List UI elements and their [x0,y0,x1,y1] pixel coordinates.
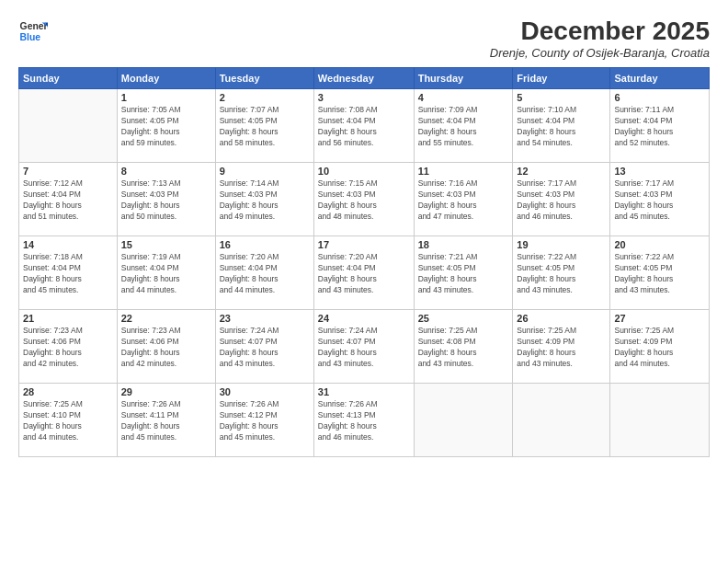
svg-text:Blue: Blue [20,32,41,42]
day-number: 21 [23,313,113,324]
table-row: 29Sunrise: 7:26 AMSunset: 4:11 PMDayligh… [117,384,215,457]
day-info: Sunrise: 7:25 AMSunset: 4:09 PMDaylight:… [517,326,606,370]
day-info-line: and 52 minutes. [614,138,705,149]
table-row: 13Sunrise: 7:17 AMSunset: 4:03 PMDayligh… [610,163,710,236]
day-number: 20 [614,239,705,250]
day-info-line: Sunrise: 7:21 AM [418,252,509,263]
day-info: Sunrise: 7:25 AMSunset: 4:08 PMDaylight:… [418,326,509,370]
day-info-line: and 43 minutes. [318,359,410,370]
day-info-line: and 49 minutes. [220,212,310,223]
day-info-line: Sunrise: 7:11 AM [614,105,705,116]
col-friday: Friday [513,68,610,89]
day-info-line: and 43 minutes. [418,285,509,296]
day-info-line: Sunrise: 7:17 AM [614,178,705,190]
day-info-line: Daylight: 8 hours [517,274,606,285]
col-tuesday: Tuesday [215,68,313,89]
day-info-line: Sunset: 4:10 PM [23,410,113,421]
title-block: December 2025 Drenje, County of Osijek-B… [490,17,710,60]
table-row: 9Sunrise: 7:14 AMSunset: 4:03 PMDaylight… [215,163,313,236]
day-info-line: and 44 minutes. [220,285,310,296]
day-info-line: Sunset: 4:13 PM [318,410,410,421]
day-number: 11 [418,166,509,177]
day-info-line: Sunrise: 7:16 AM [418,178,509,190]
table-row: 4Sunrise: 7:09 AMSunset: 4:04 PMDaylight… [414,89,513,163]
day-info-line: Daylight: 8 hours [121,348,211,359]
day-number: 12 [517,166,606,177]
day-info-line: Daylight: 8 hours [220,127,310,138]
day-number: 29 [121,386,211,397]
table-row: 1Sunrise: 7:05 AMSunset: 4:05 PMDaylight… [117,89,215,163]
table-row: 30Sunrise: 7:26 AMSunset: 4:12 PMDayligh… [215,384,313,457]
table-row: 21Sunrise: 7:23 AMSunset: 4:06 PMDayligh… [19,310,118,384]
day-info-line: Daylight: 8 hours [220,201,310,212]
day-info-line: Sunset: 4:09 PM [517,337,606,348]
day-info-line: Sunrise: 7:24 AM [220,326,310,337]
day-info-line: Daylight: 8 hours [318,348,410,359]
day-info-line: Daylight: 8 hours [614,274,705,285]
day-info: Sunrise: 7:12 AMSunset: 4:04 PMDaylight:… [23,178,113,223]
day-info-line: Sunrise: 7:20 AM [220,252,310,263]
col-sunday: Sunday [19,68,118,89]
header: General Blue December 2025 Drenje, Count… [18,17,710,60]
day-info-line: Sunset: 4:04 PM [318,116,410,127]
day-info-line: Sunrise: 7:26 AM [318,399,410,410]
day-info-line: Sunset: 4:05 PM [614,263,705,274]
day-info-line: Daylight: 8 hours [517,348,606,359]
day-number: 5 [517,92,606,103]
day-info-line: and 45 minutes. [23,285,113,296]
day-info: Sunrise: 7:05 AMSunset: 4:05 PMDaylight:… [121,105,211,149]
day-info-line: and 43 minutes. [318,285,410,296]
day-info-line: Sunset: 4:04 PM [23,190,113,201]
table-row: 25Sunrise: 7:25 AMSunset: 4:08 PMDayligh… [414,310,513,384]
day-info-line: Sunrise: 7:24 AM [318,326,410,337]
day-info: Sunrise: 7:13 AMSunset: 4:03 PMDaylight:… [121,178,211,223]
day-number: 19 [517,239,606,250]
day-info-line: Sunset: 4:04 PM [517,116,606,127]
day-number: 6 [614,92,705,103]
day-info-line: and 44 minutes. [121,285,211,296]
day-info-line: and 48 minutes. [318,212,410,223]
day-info-line: and 51 minutes. [23,212,113,223]
day-info-line: Sunset: 4:03 PM [418,190,509,201]
day-info: Sunrise: 7:26 AMSunset: 4:12 PMDaylight:… [220,399,310,443]
table-row [513,384,610,457]
day-info: Sunrise: 7:23 AMSunset: 4:06 PMDaylight:… [121,326,211,370]
day-info-line: Sunset: 4:09 PM [614,337,705,348]
day-info-line: Daylight: 8 hours [318,127,410,138]
day-info-line: and 47 minutes. [418,212,509,223]
day-number: 1 [121,92,211,103]
day-info: Sunrise: 7:11 AMSunset: 4:04 PMDaylight:… [614,105,705,149]
day-info: Sunrise: 7:26 AMSunset: 4:11 PMDaylight:… [121,399,211,443]
day-info-line: Daylight: 8 hours [418,274,509,285]
day-info-line: Daylight: 8 hours [23,421,113,432]
day-number: 14 [23,239,113,250]
day-info-line: Sunrise: 7:25 AM [517,326,606,337]
day-info: Sunrise: 7:24 AMSunset: 4:07 PMDaylight:… [220,326,310,370]
day-info-line: Sunset: 4:07 PM [220,337,310,348]
day-info-line: Daylight: 8 hours [614,348,705,359]
day-number: 10 [318,166,410,177]
day-info-line: Sunset: 4:05 PM [121,116,211,127]
table-row: 26Sunrise: 7:25 AMSunset: 4:09 PMDayligh… [513,310,610,384]
day-info: Sunrise: 7:26 AMSunset: 4:13 PMDaylight:… [318,399,410,443]
day-info-line: Sunset: 4:06 PM [23,337,113,348]
day-info-line: Daylight: 8 hours [220,421,310,432]
day-info-line: and 44 minutes. [614,359,705,370]
day-info-line: Daylight: 8 hours [220,274,310,285]
day-info: Sunrise: 7:20 AMSunset: 4:04 PMDaylight:… [220,252,310,296]
day-info: Sunrise: 7:08 AMSunset: 4:04 PMDaylight:… [318,105,410,149]
table-row: 2Sunrise: 7:07 AMSunset: 4:05 PMDaylight… [215,89,313,163]
day-info-line: Sunrise: 7:10 AM [517,105,606,116]
day-number: 17 [318,239,410,250]
logo: General Blue [18,17,48,46]
table-row: 8Sunrise: 7:13 AMSunset: 4:03 PMDaylight… [117,163,215,236]
day-number: 28 [23,386,113,397]
day-number: 23 [220,313,310,324]
day-info-line: Daylight: 8 hours [23,274,113,285]
day-info-line: Sunset: 4:04 PM [418,116,509,127]
day-info-line: Sunset: 4:03 PM [121,190,211,201]
location: Drenje, County of Osijek-Baranja, Croati… [490,46,710,60]
day-info-line: and 42 minutes. [121,359,211,370]
day-number: 31 [318,386,410,397]
table-row: 7Sunrise: 7:12 AMSunset: 4:04 PMDaylight… [19,163,118,236]
